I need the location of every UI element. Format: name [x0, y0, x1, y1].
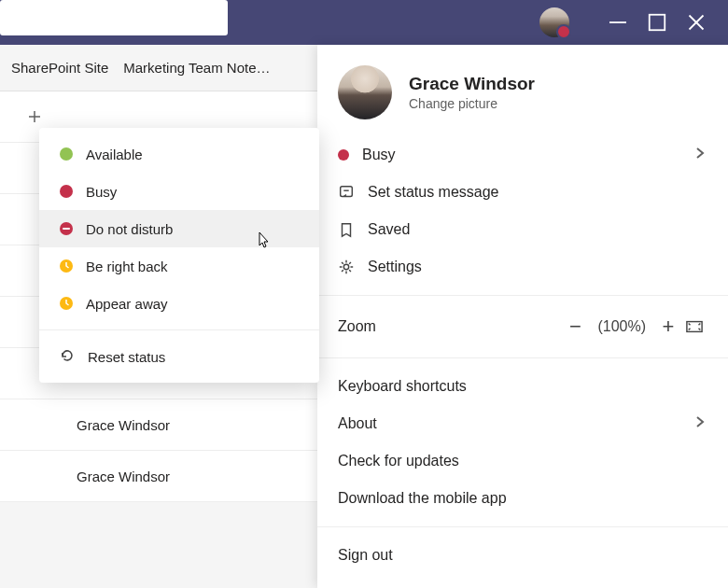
- bookmark-icon: [338, 221, 355, 238]
- search-input[interactable]: [0, 0, 228, 35]
- zoom-in-button[interactable]: +: [655, 315, 681, 339]
- profile-name: Grace Windsor: [409, 74, 535, 94]
- sign-out[interactable]: Sign out: [317, 537, 728, 574]
- avatar-large: [338, 65, 392, 119]
- tab-sharepoint[interactable]: SharePoint Site: [11, 60, 108, 76]
- status-appear-away[interactable]: Appear away: [39, 285, 319, 322]
- zoom-out-button[interactable]: −: [562, 315, 588, 339]
- check-for-updates[interactable]: Check for updates: [317, 442, 728, 480]
- saved-label: Saved: [368, 221, 410, 238]
- status-label: Busy: [362, 147, 396, 163]
- close-button[interactable]: [685, 11, 707, 34]
- divider: [317, 357, 728, 358]
- chevron-right-icon: [693, 414, 707, 433]
- status-away-label: Appear away: [86, 296, 168, 312]
- change-picture-link[interactable]: Change picture: [409, 96, 535, 111]
- away-icon: [60, 297, 73, 310]
- set-status-message[interactable]: Set status message: [317, 174, 728, 211]
- status-flyout: Available Busy Do not disturb Be right b…: [39, 128, 319, 383]
- status-reset[interactable]: Reset status: [39, 338, 319, 375]
- download-mobile-app[interactable]: Download the mobile app: [317, 480, 728, 517]
- available-icon: [60, 147, 73, 161]
- reset-icon: [60, 348, 75, 366]
- status-do-not-disturb[interactable]: Do not disturb: [39, 210, 319, 247]
- about[interactable]: About: [317, 405, 728, 442]
- zoom-label: Zoom: [338, 318, 376, 335]
- status-available[interactable]: Available: [39, 135, 319, 173]
- status-item[interactable]: Busy: [317, 136, 728, 174]
- keyboard-shortcuts[interactable]: Keyboard shortcuts: [317, 368, 728, 405]
- zoom-percent: (100%): [597, 318, 646, 335]
- settings-label: Settings: [368, 259, 422, 275]
- settings-item[interactable]: Settings: [317, 248, 728, 286]
- saved-item[interactable]: Saved: [317, 211, 728, 248]
- divider: [317, 295, 728, 296]
- status-dnd-label: Do not disturb: [86, 221, 173, 237]
- set-status-label: Set status message: [368, 184, 499, 201]
- svg-point-7: [343, 264, 348, 269]
- tab-marketing-notes[interactable]: Marketing Team Note…: [123, 60, 270, 76]
- divider: [317, 526, 728, 527]
- window-controls: [607, 11, 728, 34]
- profile-panel: Grace Windsor Change picture Busy Set st…: [317, 45, 728, 588]
- status-brb-label: Be right back: [86, 259, 168, 274]
- busy-status-icon: [338, 149, 349, 161]
- status-be-right-back[interactable]: Be right back: [39, 247, 319, 285]
- status-reset-label: Reset status: [88, 349, 165, 365]
- minimize-button[interactable]: [607, 11, 629, 34]
- busy-icon: [60, 185, 73, 198]
- status-busy-label: Busy: [86, 184, 117, 200]
- status-busy[interactable]: Busy: [39, 173, 319, 210]
- gear-icon: [338, 259, 355, 275]
- brb-icon: [60, 259, 73, 273]
- profile-header: Grace Windsor Change picture: [317, 45, 728, 136]
- dnd-icon: [60, 222, 73, 235]
- fullscreen-button[interactable]: [681, 320, 707, 333]
- status-available-label: Available: [86, 147, 143, 162]
- chevron-right-icon: [693, 146, 707, 164]
- svg-rect-1: [650, 15, 665, 31]
- titlebar: [0, 0, 728, 45]
- maximize-button[interactable]: [646, 11, 668, 34]
- zoom-row: Zoom − (100%) +: [317, 305, 728, 348]
- edit-icon: [338, 184, 355, 201]
- divider: [39, 329, 319, 330]
- profile-avatar-button[interactable]: [539, 7, 569, 37]
